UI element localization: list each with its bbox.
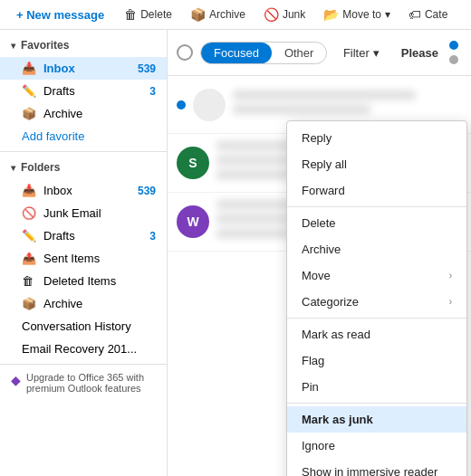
tab-focused[interactable]: Focused — [201, 43, 272, 63]
archive-folder-icon: 📦 — [22, 297, 36, 310]
chevron-down-icon: ▾ — [385, 8, 390, 21]
favorites-section[interactable]: ▾ Favorites — [0, 33, 167, 57]
sidebar-item-deleted[interactable]: 🗑 Deleted Items — [0, 270, 167, 292]
ctx-divider-2 — [287, 318, 466, 319]
ctx-delete[interactable]: Delete — [287, 210, 466, 236]
main-layout: ▾ Favorites 📥 Inbox 539 ✏️ Drafts 3 📦 Ar… — [0, 30, 471, 476]
sidebar-item-inbox-fav[interactable]: 📥 Inbox 539 — [0, 57, 167, 80]
ctx-move-arrow: › — [449, 271, 452, 281]
ctx-reply-all[interactable]: Reply all — [287, 151, 466, 177]
sidebar-item-inbox[interactable]: 📥 Inbox 539 — [0, 179, 167, 202]
avatar-1 — [193, 89, 226, 121]
ctx-divider-3 — [287, 403, 466, 404]
indicator-blue — [449, 41, 458, 50]
sidebar-item-email-recovery[interactable]: Email Recovery 201... — [0, 338, 167, 360]
drafts-icon: ✏️ — [22, 84, 36, 98]
inbox-folder-icon: 📥 — [22, 184, 36, 197]
ctx-flag[interactable]: Flag — [287, 347, 466, 374]
ctx-forward[interactable]: Forward — [287, 177, 466, 204]
sidebar-divider — [0, 151, 167, 152]
archive-icon: 📦 — [190, 7, 206, 22]
ctx-divider-1 — [287, 206, 466, 207]
sidebar-item-sent[interactable]: 📤 Sent Items — [0, 247, 167, 270]
ctx-categorize-arrow: › — [449, 297, 452, 307]
avatar-2: S — [177, 147, 209, 179]
ctx-archive[interactable]: Archive — [287, 236, 466, 262]
delete-button[interactable]: 🗑 Delete — [117, 4, 179, 25]
email-content-blurred-1 — [233, 90, 462, 119]
tab-other[interactable]: Other — [272, 43, 327, 63]
tabs-bar: Focused Other Filter ▾ Please — [168, 30, 471, 76]
avatar-3: W — [177, 205, 209, 238]
please-label: Please — [401, 46, 438, 60]
sidebar: ▾ Favorites 📥 Inbox 539 ✏️ Drafts 3 📦 Ar… — [0, 30, 168, 476]
junk-folder-icon: 🚫 — [22, 206, 36, 220]
move-icon: 📂 — [323, 7, 339, 22]
new-message-button[interactable]: + New message — [7, 5, 113, 25]
ctx-mark-junk[interactable]: Mark as junk — [287, 406, 466, 433]
chevron-down-icon-filter: ▾ — [373, 46, 380, 60]
deleted-icon: 🗑 — [22, 274, 36, 288]
please-indicators — [446, 35, 462, 70]
sidebar-item-drafts[interactable]: ✏️ Drafts 3 — [0, 224, 167, 247]
sidebar-item-archive-fav[interactable]: 📦 Archive — [0, 102, 167, 125]
ctx-ignore[interactable]: Ignore — [287, 433, 466, 459]
toolbar: + New message 🗑 Delete 📦 Archive 🚫 Junk … — [0, 0, 471, 30]
junk-button[interactable]: 🚫 Junk — [256, 4, 312, 25]
unread-dot — [177, 100, 186, 109]
archive-toolbar-button[interactable]: 📦 Archive — [183, 4, 253, 25]
tab-group: Focused Other — [200, 42, 327, 64]
archive-fav-icon: 📦 — [22, 107, 36, 120]
ctx-move[interactable]: Move › — [287, 262, 466, 289]
sidebar-item-drafts-fav[interactable]: ✏️ Drafts 3 — [0, 80, 167, 102]
content-area: Focused Other Filter ▾ Please — [168, 30, 471, 476]
upgrade-box[interactable]: ◆ Upgrade to Office 365 with premium Out… — [0, 364, 167, 401]
category-icon: 🏷 — [409, 7, 421, 22]
drafts-folder-icon: ✏️ — [22, 229, 36, 243]
filter-button[interactable]: Filter ▾ — [334, 43, 389, 63]
add-favorite-link[interactable]: Add favorite — [0, 125, 167, 148]
tab-circle[interactable] — [177, 44, 193, 61]
sidebar-item-archive[interactable]: 📦 Archive — [0, 292, 167, 315]
junk-icon: 🚫 — [264, 7, 279, 22]
sidebar-item-conv-history[interactable]: Conversation History — [0, 315, 167, 338]
ctx-immersive-reader[interactable]: Show in immersive reader — [287, 459, 466, 476]
inbox-icon: 📥 — [22, 62, 36, 75]
ctx-categorize[interactable]: Categorize › — [287, 289, 466, 315]
chevron-down-icon: ▾ — [11, 41, 15, 51]
categorize-button[interactable]: 🏷 Cate — [401, 4, 455, 25]
indicator-gray — [449, 55, 458, 64]
folders-section[interactable]: ▾ Folders — [0, 156, 167, 179]
sent-icon: 📤 — [22, 252, 36, 265]
delete-icon: 🗑 — [124, 7, 137, 22]
ctx-reply[interactable]: Reply — [287, 125, 466, 151]
ctx-mark-read[interactable]: Mark as read — [287, 321, 466, 347]
move-to-button[interactable]: 📂 Move to ▾ — [316, 4, 398, 25]
ctx-pin[interactable]: Pin — [287, 374, 466, 400]
context-menu: Reply Reply all Forward Delete Archive M… — [286, 120, 467, 476]
chevron-down-icon-folders: ▾ — [11, 163, 15, 173]
sidebar-item-junk[interactable]: 🚫 Junk Email — [0, 202, 167, 224]
diamond-icon: ◆ — [11, 373, 21, 387]
